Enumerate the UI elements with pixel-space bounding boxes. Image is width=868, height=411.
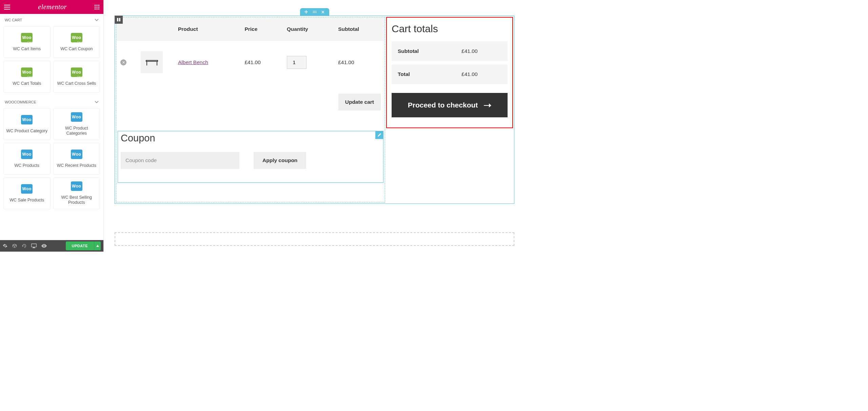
svg-rect-4 (96, 6, 97, 7)
edit-widget-icon[interactable] (375, 131, 383, 139)
col-thumb (137, 17, 174, 41)
svg-point-13 (314, 12, 315, 13)
coupon-code-input[interactable] (121, 152, 239, 169)
chevron-down-icon (95, 18, 99, 22)
panel-header: elementor (0, 0, 103, 14)
widget-label: WC Product Categories (54, 126, 100, 136)
widget-card[interactable]: WooWC Best Selling Products (53, 177, 100, 209)
woo-icon: WooCart (71, 67, 82, 77)
col-product: Product (174, 17, 240, 41)
widget-card[interactable]: WooCartWC Cart Items (3, 26, 51, 58)
widget-label: WC Recent Products (55, 163, 98, 168)
svg-rect-2 (98, 5, 99, 6)
widget-label: WC Sale Products (7, 198, 46, 203)
woo-icon: Woo (21, 115, 33, 124)
update-cart-button[interactable]: Update cart (338, 94, 381, 111)
product-thumbnail[interactable] (141, 51, 163, 73)
svg-point-12 (313, 12, 314, 13)
cart-items-table: Product Price Quantity Subtotal ✕ (116, 17, 385, 121)
widget-label: WC Products (12, 163, 41, 168)
svg-rect-7 (96, 8, 97, 9)
woo-icon: Woo (71, 150, 82, 159)
column-left[interactable]: Product Price Quantity Subtotal ✕ (116, 17, 385, 202)
category-woocommerce[interactable]: WOOCOMMERCE (0, 96, 103, 108)
checkout-label: Proceed to checkout (408, 101, 478, 109)
item-price: £41.00 (240, 41, 282, 83)
responsive-icon[interactable] (31, 243, 37, 248)
cart-totals-widget[interactable]: Cart totals Subtotal £41.00 Total £41.00… (386, 17, 513, 128)
woo-icon: Woo (21, 184, 33, 194)
menu-icon[interactable] (4, 5, 10, 9)
woo-icon: WooCart (21, 67, 33, 77)
svg-rect-1 (96, 5, 97, 6)
delete-section-icon[interactable] (321, 11, 324, 14)
apply-coupon-button[interactable]: Apply coupon (254, 152, 306, 169)
svg-rect-15 (117, 18, 118, 21)
quantity-input[interactable] (287, 56, 307, 69)
category-label: WC CART (5, 18, 22, 22)
col-subtotal: Subtotal (334, 17, 385, 41)
update-button[interactable]: UPDATE (66, 241, 94, 250)
widget-card[interactable]: WooWC Products (3, 143, 51, 175)
section[interactable]: Product Price Quantity Subtotal ✕ (115, 16, 514, 204)
item-subtotal: £41.00 (334, 41, 385, 83)
widget-card[interactable]: WooWC Sale Products (3, 177, 51, 209)
woo-icon: Woo (71, 181, 82, 191)
widget-label: WC Cart Cross Sells (55, 81, 98, 86)
widget-label: WC Best Selling Products (54, 195, 100, 205)
cart-row: ✕ Albert Bench £41.00 £41.00 (116, 41, 385, 83)
arrow-right-icon (484, 101, 491, 109)
total-value: £41.00 (455, 63, 508, 84)
totals-title: Cart totals (392, 23, 508, 35)
subtotal-label: Subtotal (392, 41, 455, 63)
total-label: Total (392, 63, 455, 84)
widget-label: WC Cart Totals (11, 81, 43, 86)
svg-rect-8 (98, 8, 99, 9)
category-wc-cart[interactable]: WC CART (0, 14, 103, 26)
brand-logo: elementor (38, 3, 66, 11)
column-handle-icon[interactable] (115, 16, 123, 24)
widget-label: WC Cart Coupon (58, 46, 95, 52)
col-price: Price (240, 17, 282, 41)
editor-canvas: Product Price Quantity Subtotal ✕ (104, 0, 525, 252)
svg-rect-6 (95, 8, 96, 9)
add-section-dropzone[interactable] (115, 232, 514, 246)
navigator-icon[interactable] (12, 243, 17, 248)
column-right[interactable]: Cart totals Subtotal £41.00 Total £41.00… (386, 17, 513, 202)
svg-rect-3 (95, 6, 96, 7)
elementor-panel: elementor WC CART WooCartWC Cart ItemsWo… (0, 0, 104, 252)
product-link[interactable]: Albert Bench (178, 59, 208, 65)
preview-icon[interactable] (41, 244, 47, 248)
woo-icon: Woo (71, 112, 82, 122)
widget-card[interactable]: WooCartWC Cart Coupon (53, 26, 100, 58)
totals-table: Subtotal £41.00 Total £41.00 (392, 41, 508, 84)
svg-point-14 (316, 12, 317, 13)
chevron-down-icon (95, 100, 99, 104)
section-toolbar (300, 8, 329, 16)
drag-section-icon[interactable] (313, 11, 317, 13)
widget-label: WC Cart Items (11, 46, 43, 52)
widget-label: WC Product Category (4, 129, 50, 134)
proceed-to-checkout-button[interactable]: Proceed to checkout (392, 93, 508, 117)
svg-point-10 (314, 11, 315, 12)
widget-card[interactable]: WooWC Product Category (3, 108, 51, 140)
settings-icon[interactable] (3, 243, 7, 248)
col-quantity: Quantity (283, 17, 334, 41)
widget-card[interactable]: WooWC Recent Products (53, 143, 100, 175)
update-caret-button[interactable] (94, 241, 101, 250)
woo-icon: Woo (21, 150, 33, 159)
svg-rect-5 (98, 6, 99, 7)
svg-point-9 (313, 11, 314, 12)
widget-card[interactable]: WooCartWC Cart Totals (3, 61, 51, 93)
add-section-icon[interactable] (304, 10, 308, 14)
coupon-widget[interactable]: Coupon Apply coupon (118, 131, 383, 183)
widgets-panel: WC CART WooCartWC Cart ItemsWooCartWC Ca… (0, 14, 103, 240)
woo-icon: WooCart (71, 33, 82, 42)
history-icon[interactable] (22, 243, 26, 248)
widget-card[interactable]: WooCartWC Cart Cross Sells (53, 61, 100, 93)
apps-icon[interactable] (95, 5, 99, 9)
remove-item-icon[interactable]: ✕ (120, 59, 126, 65)
widget-card[interactable]: WooWC Product Categories (53, 108, 100, 140)
category-label: WOOCOMMERCE (5, 100, 36, 104)
svg-rect-16 (119, 18, 120, 21)
